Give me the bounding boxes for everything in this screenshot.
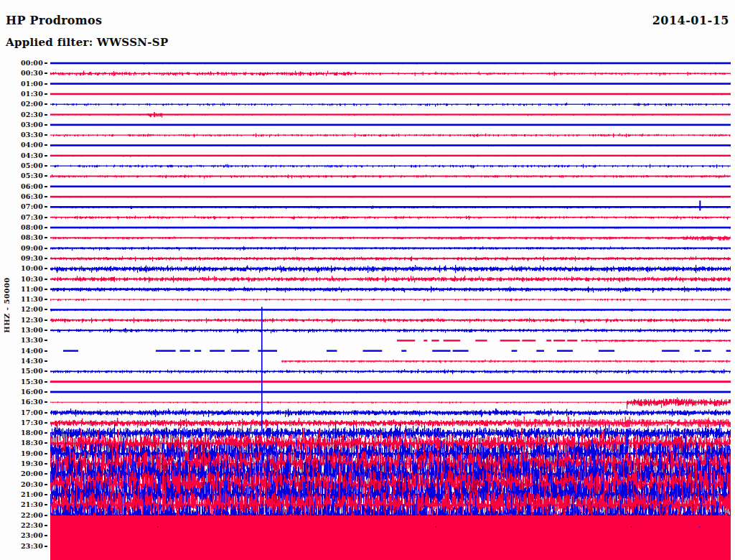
time-label: 06:00 — [1, 183, 43, 190]
station-title: HP Prodromos — [6, 14, 102, 27]
row-tick — [45, 196, 47, 197]
row-tick — [45, 525, 47, 526]
time-label: 01:30 — [1, 90, 43, 98]
row-tick — [45, 412, 47, 414]
row-tick — [45, 83, 47, 85]
row-tick — [45, 144, 47, 146]
row-tick — [45, 134, 47, 136]
row-tick — [45, 309, 47, 310]
time-label: 20:30 — [1, 481, 43, 488]
row-tick — [45, 186, 47, 187]
row-tick — [45, 515, 47, 516]
row-tick — [45, 248, 47, 249]
row-tick — [45, 165, 47, 167]
time-label: 19:30 — [1, 460, 43, 467]
row-tick — [45, 391, 47, 393]
row-tick — [45, 73, 47, 74]
time-label: 08:30 — [1, 234, 43, 241]
row-tick — [45, 93, 47, 95]
row-tick — [45, 103, 47, 105]
time-label: 01:00 — [1, 80, 43, 88]
time-label: 04:00 — [1, 141, 43, 149]
time-label: 13:30 — [1, 337, 43, 344]
time-label: 21:00 — [1, 491, 43, 498]
row-tick — [45, 340, 47, 341]
time-label: 23:00 — [1, 532, 43, 539]
time-label: 12:00 — [1, 306, 43, 313]
time-label: 20:00 — [1, 470, 43, 477]
time-label: 03:00 — [1, 121, 43, 129]
row-tick — [45, 319, 47, 321]
time-label: 18:00 — [1, 429, 43, 437]
row-tick — [45, 62, 47, 64]
time-label: 00:00 — [1, 60, 43, 67]
row-tick — [45, 124, 47, 126]
row-tick — [45, 381, 47, 383]
time-label: 22:30 — [1, 522, 43, 529]
time-label: 17:30 — [1, 419, 43, 426]
row-tick — [45, 114, 47, 116]
row-tick — [45, 484, 47, 485]
time-label: 10:00 — [1, 265, 43, 272]
time-label: 16:30 — [1, 398, 43, 406]
row-tick — [45, 350, 47, 352]
time-label: 08:00 — [1, 224, 43, 231]
row-tick — [45, 401, 47, 403]
row-tick — [45, 330, 47, 331]
row-tick — [45, 258, 47, 259]
row-tick — [45, 299, 47, 300]
row-tick — [45, 237, 47, 238]
row-tick — [45, 206, 47, 207]
applied-filter-label: Applied filter: WWSSN-SP — [6, 36, 169, 49]
row-tick — [45, 227, 47, 228]
row-tick — [45, 535, 47, 536]
time-label: 22:00 — [1, 512, 43, 519]
row-tick — [45, 422, 47, 424]
row-tick — [45, 370, 47, 372]
row-tick — [45, 289, 47, 290]
time-label: 14:30 — [1, 358, 43, 365]
row-tick — [45, 546, 47, 547]
time-label: 09:30 — [1, 255, 43, 262]
row-tick — [45, 268, 47, 269]
time-label: 03:30 — [1, 131, 43, 139]
time-label: 10:30 — [1, 276, 43, 283]
date-label: 2014-01-15 — [652, 14, 729, 27]
time-label: 12:30 — [1, 317, 43, 324]
row-tick — [45, 442, 47, 444]
time-label: 02:30 — [1, 111, 43, 118]
time-label: 15:00 — [1, 368, 43, 375]
row-tick — [45, 155, 47, 157]
row-tick — [45, 494, 47, 495]
time-label: 13:00 — [1, 327, 43, 334]
time-label: 11:00 — [1, 286, 43, 293]
row-tick — [45, 453, 47, 454]
time-label: 21:30 — [1, 501, 43, 508]
time-label: 17:00 — [1, 409, 43, 416]
row-tick — [45, 473, 47, 475]
time-label: 11:30 — [1, 296, 43, 303]
time-label: 06:30 — [1, 193, 43, 200]
helicorder-page: HP Prodromos Applied filter: WWSSN-SP 20… — [0, 0, 735, 560]
row-tick — [45, 463, 47, 465]
time-label: 16:00 — [1, 388, 43, 396]
time-label: 09:00 — [1, 245, 43, 252]
time-label: 18:30 — [1, 439, 43, 447]
time-label: 04:30 — [1, 152, 43, 159]
time-label: 19:00 — [1, 450, 43, 457]
row-tick — [45, 432, 47, 434]
row-tick — [45, 279, 47, 280]
row-tick — [45, 504, 47, 505]
row-tick — [45, 217, 47, 218]
time-label: 07:30 — [1, 214, 43, 221]
helicorder-traces — [50, 57, 731, 560]
time-label: 02:00 — [1, 101, 43, 108]
time-label: 23:30 — [1, 543, 43, 550]
row-tick — [45, 360, 47, 362]
time-label: 14:00 — [1, 347, 43, 355]
time-label: 15:30 — [1, 378, 43, 386]
row-tick — [45, 175, 47, 177]
time-label: 05:00 — [1, 162, 43, 169]
time-label: 07:00 — [1, 203, 43, 210]
time-label: 00:30 — [1, 70, 43, 77]
